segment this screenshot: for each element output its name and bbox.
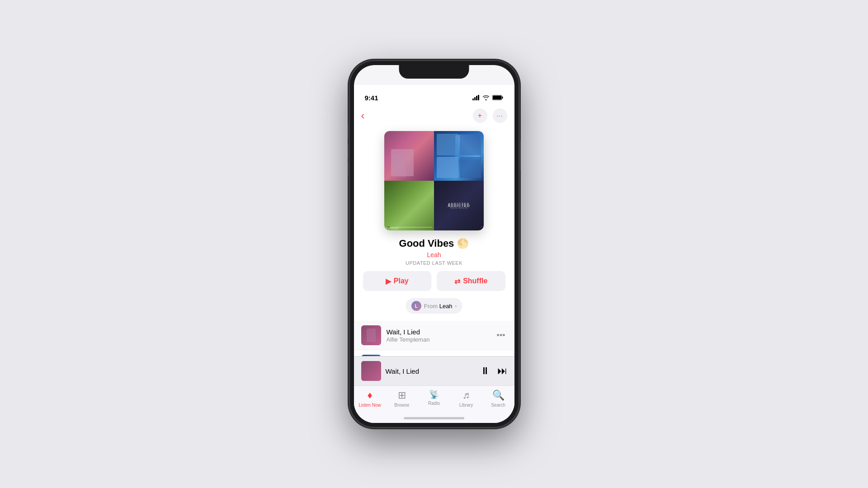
shuffle-icon: ⇄ <box>454 277 460 286</box>
shuffle-label: Shuffle <box>463 277 487 285</box>
song-thumbnail <box>361 325 381 345</box>
tab-browse[interactable]: ⊞ Browse <box>386 389 418 408</box>
wifi-icon <box>482 95 490 100</box>
browse-icon: ⊞ <box>398 389 406 401</box>
tab-listen-now[interactable]: ♦ Listen Now <box>354 389 386 408</box>
search-icon: 🔍 <box>492 389 505 401</box>
playlist-artwork: DJ-KICKS ADDICTED NICK HAFIX ♪ <box>384 131 484 230</box>
song-title: Wait, I Lied <box>387 328 490 336</box>
tab-radio-label: Radio <box>428 401 440 406</box>
from-text: From Leah <box>424 302 453 310</box>
artwork-cell-4: ADDICTED NICK HAFIX ♪ <box>434 181 484 230</box>
now-playing-title: Wait, I Lied <box>386 367 476 375</box>
home-indicator <box>404 417 464 419</box>
table-row[interactable]: Wait, I Lied Alfie Templeman ••• <box>354 321 514 350</box>
svg-rect-6 <box>493 96 501 99</box>
song-artist: Alfie Templeman <box>387 336 490 343</box>
artwork-cell-1 <box>384 131 434 181</box>
svg-rect-0 <box>472 99 474 100</box>
song-more-button[interactable]: ••• <box>495 329 507 342</box>
playlist-info: Good Vibes 🌕 Leah UPDATED LAST WEEK <box>354 238 514 271</box>
svg-rect-3 <box>478 95 479 100</box>
library-icon: ♬ <box>462 389 470 401</box>
tab-browse-label: Browse <box>394 403 409 408</box>
phone-screen: 9:41 <box>354 65 514 423</box>
play-button[interactable]: ▶ Play <box>363 271 432 291</box>
phone-frame: 9:41 <box>349 61 519 427</box>
now-playing-controls: ⏸ ⏭ <box>480 365 507 377</box>
now-playing-thumbnail <box>361 361 381 381</box>
artwork-container: DJ-KICKS ADDICTED NICK HAFIX ♪ <box>354 127 514 238</box>
add-button[interactable]: + <box>473 108 487 123</box>
listen-now-icon: ♦ <box>367 389 372 401</box>
signal-icon <box>472 95 480 100</box>
action-buttons: ▶ Play ⇄ Shuffle <box>354 271 514 298</box>
status-icons <box>472 95 504 100</box>
back-button[interactable]: ‹ <box>361 109 365 122</box>
playlist-owner[interactable]: Leah <box>363 251 505 258</box>
artwork-cell-2 <box>434 131 484 181</box>
now-playing-info: Wait, I Lied <box>386 367 476 375</box>
scrollable-area[interactable]: 9:41 <box>354 85 514 385</box>
from-section: L From Leah › <box>354 298 514 321</box>
owner-avatar: L <box>411 301 421 311</box>
tab-search-label: Search <box>491 403 505 408</box>
from-pill[interactable]: L From Leah › <box>406 298 462 314</box>
radio-icon: 📡 <box>429 389 439 399</box>
nav-actions: + ··· <box>473 108 507 123</box>
artwork-cell-3: DJ-KICKS <box>384 181 434 230</box>
svg-rect-1 <box>474 97 476 100</box>
nav-bar: ‹ + ··· <box>354 105 514 127</box>
status-time: 9:41 <box>365 94 378 102</box>
tab-library-label: Library <box>459 403 473 408</box>
tab-library[interactable]: ♬ Library <box>450 389 482 408</box>
play-label: Play <box>394 277 409 285</box>
status-bar: 9:41 <box>354 85 514 105</box>
song-info: Wait, I Lied Alfie Templeman <box>387 328 490 343</box>
pause-button[interactable]: ⏸ <box>480 365 490 377</box>
tab-listen-now-label: Listen Now <box>359 403 381 408</box>
notch <box>399 65 469 79</box>
fast-forward-button[interactable]: ⏭ <box>497 365 507 377</box>
play-icon: ▶ <box>386 277 391 286</box>
playlist-updated: UPDATED LAST WEEK <box>363 260 505 266</box>
battery-icon <box>492 95 504 100</box>
playlist-title: Good Vibes 🌕 <box>363 238 505 249</box>
more-button[interactable]: ··· <box>493 108 507 123</box>
tab-radio[interactable]: 📡 Radio <box>418 389 450 406</box>
shuffle-button[interactable]: ⇄ Shuffle <box>437 271 505 291</box>
svg-rect-5 <box>502 97 503 99</box>
tab-search[interactable]: 🔍 Search <box>482 389 514 408</box>
app-content: 9:41 <box>354 85 514 423</box>
svg-rect-2 <box>476 96 477 100</box>
now-playing-bar[interactable]: Wait, I Lied ⏸ ⏭ <box>354 356 514 385</box>
chevron-right-icon: › <box>455 303 457 309</box>
